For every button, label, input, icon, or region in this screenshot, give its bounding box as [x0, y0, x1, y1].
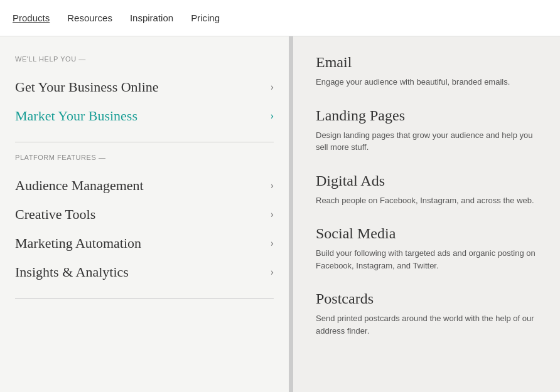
- menu-item-label-get-business: Get Your Business Online: [15, 79, 159, 95]
- menu-item-label-marketing: Marketing Automation: [15, 235, 141, 252]
- menu-item-market-business[interactable]: Market Your Business ›: [15, 102, 274, 130]
- divider-2: [15, 298, 274, 299]
- nav-item-resources[interactable]: Resources: [67, 10, 112, 26]
- chevron-right-icon-2: ›: [271, 180, 274, 191]
- section2-label: PLATFORM FEATURES —: [15, 154, 274, 161]
- menu-item-label-audience: Audience Management: [15, 177, 144, 194]
- chevron-right-icon-0: ›: [271, 82, 274, 93]
- header: Products Resources Inspiration Pricing: [0, 0, 560, 36]
- chevron-right-icon-4: ›: [271, 238, 274, 249]
- menu-item-get-business-online[interactable]: Get Your Business Online ›: [15, 73, 274, 102]
- menu-item-marketing-automation[interactable]: Marketing Automation ›: [15, 229, 274, 258]
- main-container: WE'LL HELP YOU — Get Your Business Onlin…: [0, 36, 560, 392]
- section1-label: WE'LL HELP YOU —: [15, 55, 274, 63]
- left-panel: WE'LL HELP YOU — Get Your Business Onlin…: [0, 36, 289, 392]
- chevron-right-icon-5: ›: [271, 267, 274, 278]
- main-nav: Products Resources Inspiration Pricing: [13, 10, 220, 26]
- chevron-right-icon-1: ›: [271, 110, 274, 122]
- product-postcards-desc: Send printed postcards around the world …: [316, 312, 537, 337]
- nav-item-inspiration[interactable]: Inspiration: [130, 10, 173, 26]
- product-digital-desc: Reach people on Facebook, Instagram, and…: [316, 194, 537, 207]
- product-postcards[interactable]: Postcards Send printed postcards around …: [316, 290, 537, 337]
- product-email-desc: Engage your audience with beautiful, bra…: [316, 76, 537, 88]
- menu-item-label-insights: Insights & Analytics: [15, 264, 129, 280]
- product-social-desc: Build your following with targeted ads a…: [316, 247, 537, 272]
- nav-item-pricing[interactable]: Pricing: [191, 10, 220, 26]
- menu-item-audience-management[interactable]: Audience Management ›: [15, 171, 274, 200]
- product-social-media[interactable]: Social Media Build your following with t…: [316, 225, 537, 272]
- product-social-title: Social Media: [316, 225, 537, 242]
- product-landing-title: Landing Pages: [316, 107, 537, 124]
- product-landing-pages[interactable]: Landing Pages Design landing pages that …: [316, 107, 537, 154]
- menu-item-label-creative: Creative Tools: [15, 206, 95, 223]
- product-postcards-title: Postcards: [316, 290, 537, 307]
- product-landing-desc: Design landing pages that grow your audi…: [316, 129, 537, 154]
- product-email-title: Email: [316, 54, 537, 71]
- menu-item-insights-analytics[interactable]: Insights & Analytics ›: [15, 258, 274, 287]
- product-digital-title: Digital Ads: [316, 172, 537, 189]
- product-email[interactable]: Email Engage your audience with beautifu…: [316, 54, 537, 88]
- divider-1: [15, 142, 274, 142]
- chevron-right-icon-3: ›: [271, 209, 274, 220]
- menu-item-label-market: Market Your Business: [15, 108, 137, 124]
- right-panel: Email Engage your audience with beautifu…: [293, 36, 560, 392]
- nav-item-products[interactable]: Products: [13, 10, 50, 26]
- menu-item-creative-tools[interactable]: Creative Tools ›: [15, 200, 274, 229]
- product-digital-ads[interactable]: Digital Ads Reach people on Facebook, In…: [316, 172, 537, 207]
